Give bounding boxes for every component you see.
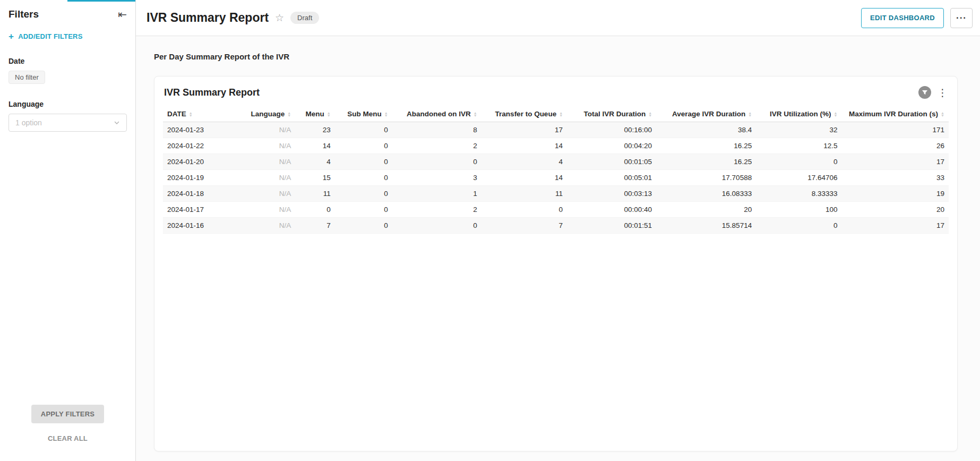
chart-card-header: IVR Summary Report ⋮: [163, 86, 949, 99]
table-cell: N/A: [227, 186, 295, 202]
sort-icon: ▲▼: [384, 112, 388, 117]
edit-dashboard-button[interactable]: EDIT DASHBOARD: [861, 8, 944, 28]
column-header-ivr-utilization[interactable]: IVR Utilization (%)▲▼: [756, 106, 841, 122]
filters-footer: APPLY FILTERS CLEAR ALL: [8, 405, 127, 443]
table-cell: 33: [842, 170, 949, 186]
collapse-filters-icon[interactable]: ⇤: [118, 9, 127, 20]
draft-status-badge: Draft: [290, 12, 319, 24]
table-row: 2024-01-18N/A11011100:03:1316.083338.333…: [163, 186, 949, 202]
sort-icon: ▲▼: [559, 112, 563, 117]
column-header-date[interactable]: DATE▲▼: [163, 106, 227, 122]
table-cell: 8: [392, 122, 482, 138]
sort-icon: ▲▼: [748, 112, 752, 117]
table-cell: 12.5: [756, 138, 841, 154]
sort-icon: ▲▼: [287, 112, 291, 117]
column-header-maximum-ivr-duration-s[interactable]: Maximum IVR Duration (s)▲▼: [842, 106, 949, 122]
column-header-label: Language: [251, 110, 285, 118]
column-header-label: Sub Menu: [347, 110, 382, 118]
add-edit-filters-button[interactable]: + ADD/EDIT FILTERS: [8, 32, 127, 41]
sort-icon: ▲▼: [327, 112, 331, 117]
filter-indicator-icon[interactable]: [918, 86, 931, 99]
column-header-menu[interactable]: Menu▲▼: [295, 106, 335, 122]
table-cell: 00:16:00: [567, 122, 656, 138]
plus-icon: +: [8, 32, 14, 41]
column-header-sub-menu[interactable]: Sub Menu▲▼: [335, 106, 392, 122]
column-header-label: Average IVR Duration: [672, 110, 745, 118]
more-options-button[interactable]: ···: [950, 8, 973, 28]
table-cell: 0: [335, 122, 392, 138]
table-cell: 0: [482, 202, 567, 218]
column-header-label: Transfer to Queue: [495, 110, 557, 118]
table-cell: 171: [842, 122, 949, 138]
table-cell: 16.08333: [656, 186, 756, 202]
table-cell: 14: [482, 170, 567, 186]
table-cell: 0: [392, 154, 482, 170]
language-filter-section: Language 1 option: [8, 100, 127, 132]
dashboard-description: Per Day Summary Report of the IVR: [154, 52, 958, 61]
table-row: 2024-01-16N/A700700:01:5115.85714017: [163, 218, 949, 234]
table-cell: 20: [842, 202, 949, 218]
main-area: IVR Summary Report ☆ Draft EDIT DASHBOAR…: [136, 0, 980, 461]
sort-icon: ▲▼: [648, 112, 652, 117]
chart-card-actions: ⋮: [918, 86, 948, 99]
table-cell: N/A: [227, 202, 295, 218]
table-cell: 32: [756, 122, 841, 138]
column-header-language[interactable]: Language▲▼: [227, 106, 295, 122]
table-cell: 00:01:05: [567, 154, 656, 170]
table-cell: 38.4: [656, 122, 756, 138]
sort-icon: ▲▼: [834, 112, 838, 117]
dashboard-header: IVR Summary Report ☆ Draft EDIT DASHBOAR…: [136, 0, 980, 36]
table-cell: 0: [335, 202, 392, 218]
kebab-menu-icon[interactable]: ⋮: [938, 88, 948, 98]
chevron-down-icon: [114, 119, 120, 126]
table-cell: 23: [295, 122, 335, 138]
table-cell: 3: [392, 170, 482, 186]
table-cell: 2024-01-23: [163, 122, 227, 138]
column-header-label: Abandoned on IVR: [407, 110, 471, 118]
table-cell: 7: [482, 218, 567, 234]
sort-icon: ▲▼: [189, 112, 193, 117]
clear-all-button[interactable]: CLEAR ALL: [45, 434, 91, 443]
table-cell: 0: [335, 186, 392, 202]
column-header-abandoned-on-ivr[interactable]: Abandoned on IVR▲▼: [392, 106, 482, 122]
favorite-star-icon[interactable]: ☆: [275, 12, 284, 24]
app-root: Filters ⇤ + ADD/EDIT FILTERS Date No fil…: [0, 0, 980, 461]
table-cell: 0: [335, 154, 392, 170]
table-cell: 16.25: [656, 138, 756, 154]
language-select[interactable]: 1 option: [8, 114, 127, 132]
table-cell: N/A: [227, 138, 295, 154]
column-header-transfer-to-queue[interactable]: Transfer to Queue▲▼: [482, 106, 567, 122]
language-filter-label: Language: [8, 100, 127, 108]
table-cell: 2: [392, 202, 482, 218]
header-actions: EDIT DASHBOARD ···: [861, 8, 973, 28]
column-header-label: Maximum IVR Duration (s): [849, 110, 938, 118]
filters-header: Filters ⇤: [8, 8, 127, 20]
apply-filters-button[interactable]: APPLY FILTERS: [31, 405, 104, 423]
table-cell: 00:00:40: [567, 202, 656, 218]
table-cell: 4: [295, 154, 335, 170]
table-cell: N/A: [227, 122, 295, 138]
column-header-total-ivr-duration[interactable]: Total IVR Duration▲▼: [567, 106, 656, 122]
table-cell: 17: [842, 154, 949, 170]
table-cell: 00:04:20: [567, 138, 656, 154]
table-row: 2024-01-19N/A15031400:05:0117.7058817.64…: [163, 170, 949, 186]
chart-card: IVR Summary Report ⋮ DATE▲▼Language▲▼Men…: [154, 76, 958, 451]
table-cell: 0: [756, 218, 841, 234]
table-cell: 15.85714: [656, 218, 756, 234]
dashboard-title-group: IVR Summary Report ☆ Draft: [147, 11, 319, 25]
date-filter-label: Date: [8, 57, 127, 65]
table-row: 2024-01-22N/A14021400:04:2016.2512.526: [163, 138, 949, 154]
table-cell: 00:03:13: [567, 186, 656, 202]
date-filter-section: Date No filter: [8, 57, 127, 84]
date-filter-chip: No filter: [8, 71, 45, 84]
chart-title: IVR Summary Report: [164, 87, 260, 98]
filters-sidebar: Filters ⇤ + ADD/EDIT FILTERS Date No fil…: [0, 0, 136, 461]
table-cell: 20: [656, 202, 756, 218]
table-cell: 11: [295, 186, 335, 202]
table-cell: 17: [842, 218, 949, 234]
column-header-average-ivr-duration[interactable]: Average IVR Duration▲▼: [656, 106, 756, 122]
table-cell: 7: [295, 218, 335, 234]
table-cell: 0: [295, 202, 335, 218]
table-cell: 00:01:51: [567, 218, 656, 234]
table-cell: 4: [482, 154, 567, 170]
